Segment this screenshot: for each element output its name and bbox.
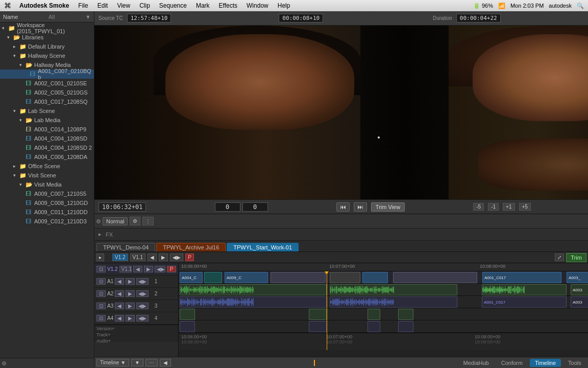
clip-v-6[interactable] xyxy=(362,272,388,283)
ctrl2-v1-2[interactable]: ▶ xyxy=(144,266,153,272)
ctrl1-a2[interactable]: ◀ xyxy=(115,290,124,297)
tree-file-hallway-1[interactable]: 🎞 A002_C001_0210SE xyxy=(0,79,94,88)
clip-v-4[interactable] xyxy=(271,272,326,283)
menu-mark[interactable]: Mark xyxy=(192,1,214,10)
ctrl-v1-2[interactable]: ◀ xyxy=(133,266,142,272)
track-btn-1[interactable]: ◀ xyxy=(148,254,157,261)
ctrl3-a1[interactable]: ◀▶ xyxy=(136,278,149,285)
audio-a4-3[interactable] xyxy=(368,321,380,332)
offset2-display[interactable]: 0 xyxy=(242,202,268,212)
btn-plus5[interactable]: +5 xyxy=(519,203,531,211)
audio-a4-2[interactable] xyxy=(309,321,327,332)
tree-lab-scene[interactable]: ▾ 📁 Lab Scene xyxy=(0,106,94,116)
btn-minus5[interactable]: -5 xyxy=(473,203,484,211)
timeline-content[interactable]: 10:06:00+00 10:07:00+00 10:08:00+00 10:0… xyxy=(179,263,588,357)
ctrl2-a2[interactable]: ▶ xyxy=(126,290,135,297)
tab-demo[interactable]: TPWYL_Demo-04 xyxy=(96,243,155,251)
track-btn-3[interactable]: ◀▶ xyxy=(170,254,183,261)
tab-tools[interactable]: Tools xyxy=(563,359,586,367)
ctrl3-a4[interactable]: ◀▶ xyxy=(136,315,149,321)
apple-menu[interactable]: ⌘ xyxy=(4,2,11,10)
audio-a2-3[interactable]: A001_C017 xyxy=(482,296,567,308)
tree-lab-media[interactable]: ▾ 📂 Lab Media xyxy=(0,116,94,125)
ctrl3-v1-2[interactable]: ◀▶ xyxy=(155,266,165,272)
ctrl2-a3[interactable]: ▶ xyxy=(126,303,135,309)
audio-a1-2[interactable] xyxy=(330,284,457,295)
panel-all[interactable]: All xyxy=(48,14,55,20)
audio-a1-4[interactable]: A003 xyxy=(571,284,588,295)
audio-a2-1[interactable] xyxy=(180,296,327,308)
tree-file-visit-2[interactable]: 🎞 A009_C011_1210DD xyxy=(0,208,94,217)
viewer-timecode[interactable]: 10:06:32+01 xyxy=(99,202,146,212)
audio-track-a1[interactable]: A001_C017 A003 xyxy=(179,284,588,296)
ctrl1-a1[interactable]: ◀ xyxy=(115,278,124,285)
mute-a3[interactable]: ⊡ xyxy=(96,303,106,309)
tree-office-scene[interactable]: ▸ 📁 Office Scene xyxy=(0,162,94,171)
audio-a3-4[interactable] xyxy=(398,309,413,320)
tab-mediahub[interactable]: MediaHub xyxy=(458,359,494,367)
mute-a1[interactable]: ⊡ xyxy=(96,278,106,285)
clip-v-2[interactable] xyxy=(204,272,222,283)
tree-file-hallway-3[interactable]: 🎞 A003_C017_1208SQ xyxy=(0,97,94,106)
v1-2-btn[interactable]: V1.2 xyxy=(112,254,128,261)
normal-mode-btn[interactable]: Normal xyxy=(103,217,128,225)
clip-v-5[interactable] xyxy=(330,272,360,283)
ctrl1-a4[interactable]: ◀ xyxy=(115,315,124,321)
tree-visit-scene[interactable]: ▾ 📁 Visit Scene xyxy=(0,171,94,180)
menu-edit[interactable]: Edit xyxy=(93,1,112,10)
mute-v1-2[interactable]: ⊡ xyxy=(96,266,106,272)
tab-conform[interactable]: Conform xyxy=(496,359,528,367)
p-v1-2[interactable]: P xyxy=(167,266,176,272)
btn-plus1[interactable]: +1 xyxy=(503,203,514,211)
menu-file[interactable]: File xyxy=(74,1,92,10)
clip-v-8[interactable]: A001_C017 xyxy=(482,272,561,283)
audio-track-a2[interactable]: A001_C017 A003 xyxy=(179,296,588,308)
audio-a2-4[interactable]: A003 xyxy=(571,296,588,308)
clip-v-3[interactable]: A009_C xyxy=(225,272,268,283)
trim-view-btn[interactable]: Trim View xyxy=(371,202,405,212)
audio-a1-1[interactable] xyxy=(180,284,327,295)
panel-expand-btn[interactable]: ▼ xyxy=(85,14,91,20)
tree-file-lab-2[interactable]: 🎞 A004_C004_1208SD 2 xyxy=(0,143,94,152)
tab-archive[interactable]: TPWYL_Archive Jul16 xyxy=(156,243,226,251)
search-icon[interactable]: 🔍 xyxy=(577,3,584,9)
tree-hallway-scene[interactable]: ▾ 📁 Hallway Scene xyxy=(0,51,94,60)
mute-a2[interactable]: ⊡ xyxy=(96,290,106,297)
tab-start-work[interactable]: TPWYL_Start_Work-01 xyxy=(227,243,299,251)
clip-v-1[interactable]: A004_C xyxy=(180,272,203,283)
audio-a3-3[interactable] xyxy=(368,309,380,320)
trim-btn[interactable]: Trim xyxy=(566,253,586,262)
menu-sequence[interactable]: Sequence xyxy=(155,1,191,10)
audio-a4-1[interactable] xyxy=(180,321,195,332)
nav-fwd-btn[interactable]: ⏭ xyxy=(354,202,367,212)
menu-window[interactable]: Window xyxy=(242,1,273,10)
track-btn-2[interactable]: ▶ xyxy=(159,254,168,261)
audio-track-a4[interactable]: A002_C xyxy=(179,320,588,333)
clip-v-9[interactable]: A003_ xyxy=(567,272,588,283)
tree-default-library[interactable]: ▸ 📁 Default Library xyxy=(0,42,94,51)
offset1-display[interactable]: 0 xyxy=(215,202,240,212)
ctrl3-a2[interactable]: ◀▶ xyxy=(136,290,149,297)
tree-visit-media[interactable]: ▾ 📂 Visit Media xyxy=(0,180,94,189)
trim-icon-btn[interactable]: ⤢ xyxy=(555,254,564,261)
menu-effects[interactable]: Effects xyxy=(215,1,241,10)
gear-btn[interactable]: ⚙ xyxy=(130,217,140,225)
video-track[interactable]: A004_C A009_C A001_C017 A003_ xyxy=(179,271,588,284)
nav-back-btn[interactable]: ⏮ xyxy=(336,202,350,212)
tree-file-hallway-2[interactable]: 🎞 A002_C005_0210GS xyxy=(0,88,94,97)
timeline-toggle-btn[interactable]: Timeline ▼ xyxy=(96,359,129,366)
menu-clip[interactable]: Clip xyxy=(135,1,154,10)
nav-left-btn[interactable]: ◀ xyxy=(160,359,171,366)
timecode-display[interactable]: 00:00:08+10 xyxy=(279,14,323,22)
ctrl2-a4[interactable]: ▶ xyxy=(126,315,135,321)
settings-btn[interactable]: ⋮ xyxy=(142,217,154,225)
menu-help[interactable]: Help xyxy=(274,1,295,10)
btn-minus1[interactable]: -1 xyxy=(488,203,499,211)
tree-file-visit-1[interactable]: 🎞 A009_C008_1210GD xyxy=(0,198,94,208)
tree-file-hallway-0[interactable]: 🎞 A001_C007_0210BQ b xyxy=(0,70,94,79)
tree-file-lab-3[interactable]: 🎞 A004_C006_1208DA xyxy=(0,152,94,162)
audio-a1-3[interactable]: A001_C017 xyxy=(482,284,567,295)
audio-a3-1[interactable] xyxy=(180,309,195,320)
v1-1-btn[interactable]: V1.1 xyxy=(130,254,146,261)
tree-workspace[interactable]: ▾ 📁 Workspace (2015_TPWYL_01) xyxy=(0,24,94,33)
